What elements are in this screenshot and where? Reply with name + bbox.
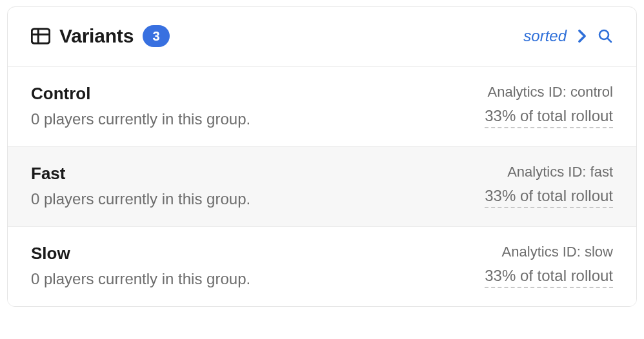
variant-name: Control — [31, 84, 250, 104]
analytics-id: Analytics ID: control — [488, 84, 613, 101]
variant-row-left: Control 0 players currently in this grou… — [31, 84, 250, 128]
panel-title: Variants — [59, 25, 134, 47]
variant-row-right: Analytics ID: fast 33% of total rollout — [485, 164, 613, 208]
sorted-label[interactable]: sorted — [523, 27, 567, 45]
variant-subtext: 0 players currently in this group. — [31, 110, 250, 128]
variant-subtext: 0 players currently in this group. — [31, 190, 250, 208]
header-right: sorted — [523, 27, 613, 45]
variant-row-slow[interactable]: Slow 0 players currently in this group. … — [8, 226, 636, 306]
variant-row-left: Slow 0 players currently in this group. — [31, 244, 250, 288]
variant-row-right: Analytics ID: slow 33% of total rollout — [485, 244, 613, 288]
chevron-right-icon[interactable] — [576, 29, 589, 43]
variant-name: Fast — [31, 164, 250, 184]
variant-row-left: Fast 0 players currently in this group. — [31, 164, 250, 208]
variants-panel-header: Variants 3 sorted — [8, 7, 636, 66]
header-left: Variants 3 — [31, 25, 170, 47]
variant-count-badge: 3 — [143, 25, 170, 47]
variant-row-fast[interactable]: Fast 0 players currently in this group. … — [8, 146, 636, 226]
analytics-id: Analytics ID: slow — [502, 244, 613, 260]
search-icon[interactable] — [598, 28, 613, 44]
variant-row-right: Analytics ID: control 33% of total rollo… — [485, 84, 613, 128]
rollout-percentage: 33% of total rollout — [485, 267, 613, 288]
variant-name: Slow — [31, 244, 250, 264]
analytics-id: Analytics ID: fast — [507, 164, 613, 180]
svg-line-4 — [607, 38, 611, 42]
svg-rect-0 — [32, 29, 50, 44]
variant-subtext: 0 players currently in this group. — [31, 270, 250, 288]
rollout-percentage: 33% of total rollout — [485, 107, 613, 128]
rollout-percentage: 33% of total rollout — [485, 187, 613, 208]
table-icon — [31, 28, 50, 44]
variants-panel: Variants 3 sorted Control 0 players curr… — [7, 6, 637, 307]
variant-row-control[interactable]: Control 0 players currently in this grou… — [8, 66, 636, 146]
